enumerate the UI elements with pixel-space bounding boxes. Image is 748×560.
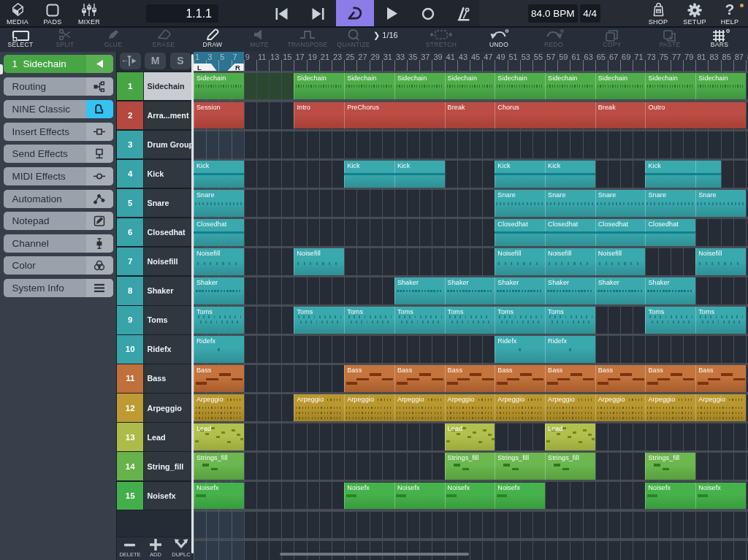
svg-text:L: L [197, 64, 202, 71]
svg-text:R: R [235, 64, 240, 71]
